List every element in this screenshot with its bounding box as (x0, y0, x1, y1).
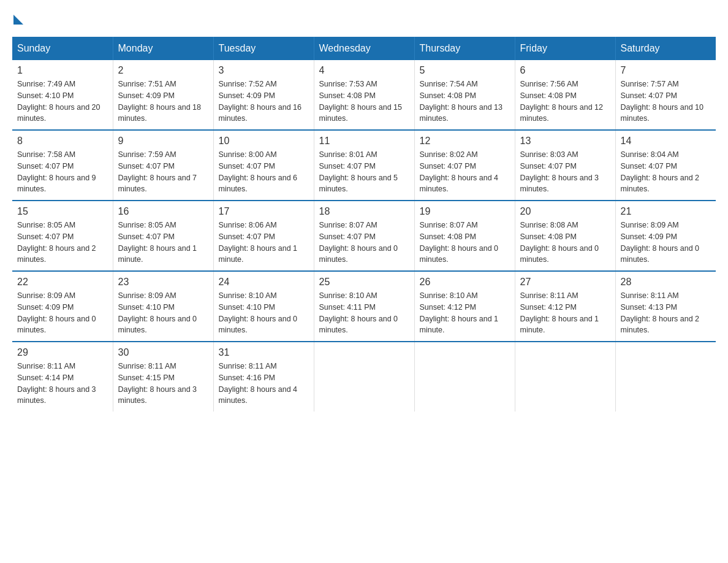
day-number: 16 (118, 206, 208, 217)
day-number: 20 (520, 206, 610, 217)
weekday-header-saturday: Saturday (615, 37, 716, 60)
calendar-cell: 14Sunrise: 8:04 AMSunset: 4:07 PMDayligh… (615, 130, 716, 201)
day-info: Sunrise: 8:11 AMSunset: 4:12 PMDaylight:… (520, 290, 610, 336)
day-info: Sunrise: 7:54 AMSunset: 4:08 PMDaylight:… (420, 79, 510, 124)
day-info: Sunrise: 8:09 AMSunset: 4:09 PMDaylight:… (621, 220, 711, 266)
day-info: Sunrise: 7:49 AMSunset: 4:10 PMDaylight:… (17, 79, 108, 124)
calendar-cell: 6Sunrise: 7:56 AMSunset: 4:08 PMDaylight… (515, 60, 615, 130)
day-number: 24 (219, 277, 309, 288)
day-info: Sunrise: 8:09 AMSunset: 4:10 PMDaylight:… (118, 290, 208, 336)
calendar-cell: 7Sunrise: 7:57 AMSunset: 4:07 PMDaylight… (615, 60, 716, 130)
day-info: Sunrise: 8:07 AMSunset: 4:07 PMDaylight:… (319, 220, 409, 266)
day-info: Sunrise: 8:10 AMSunset: 4:10 PMDaylight:… (219, 290, 309, 336)
day-info: Sunrise: 8:05 AMSunset: 4:07 PMDaylight:… (118, 220, 208, 266)
day-number: 17 (219, 206, 309, 217)
day-info: Sunrise: 7:51 AMSunset: 4:09 PMDaylight:… (118, 79, 208, 124)
day-number: 31 (219, 347, 309, 358)
day-info: Sunrise: 8:10 AMSunset: 4:12 PMDaylight:… (420, 290, 510, 336)
calendar-cell: 24Sunrise: 8:10 AMSunset: 4:10 PMDayligh… (213, 271, 314, 342)
day-info: Sunrise: 8:01 AMSunset: 4:07 PMDaylight:… (319, 149, 409, 195)
calendar-cell: 25Sunrise: 8:10 AMSunset: 4:11 PMDayligh… (314, 271, 414, 342)
weekday-header-monday: Monday (113, 37, 213, 60)
day-number: 7 (621, 65, 711, 76)
calendar-cell: 17Sunrise: 8:06 AMSunset: 4:07 PMDayligh… (213, 201, 314, 271)
day-info: Sunrise: 8:02 AMSunset: 4:07 PMDaylight:… (420, 149, 510, 195)
calendar-cell: 18Sunrise: 8:07 AMSunset: 4:07 PMDayligh… (314, 201, 414, 271)
day-info: Sunrise: 7:52 AMSunset: 4:09 PMDaylight:… (219, 79, 309, 124)
calendar-cell: 21Sunrise: 8:09 AMSunset: 4:09 PMDayligh… (615, 201, 716, 271)
day-number: 19 (420, 206, 510, 217)
calendar-cell: 15Sunrise: 8:05 AMSunset: 4:07 PMDayligh… (12, 201, 113, 271)
calendar-cell (314, 342, 414, 412)
day-info: Sunrise: 8:03 AMSunset: 4:07 PMDaylight:… (520, 149, 610, 195)
calendar-cell (414, 342, 515, 412)
calendar-cell: 12Sunrise: 8:02 AMSunset: 4:07 PMDayligh… (414, 130, 515, 201)
day-info: Sunrise: 8:11 AMSunset: 4:15 PMDaylight:… (118, 361, 208, 407)
day-info: Sunrise: 8:11 AMSunset: 4:14 PMDaylight:… (17, 361, 108, 407)
day-info: Sunrise: 8:07 AMSunset: 4:08 PMDaylight:… (420, 220, 510, 266)
calendar-cell: 11Sunrise: 8:01 AMSunset: 4:07 PMDayligh… (314, 130, 414, 201)
day-number: 4 (319, 65, 409, 76)
weekday-header-sunday: Sunday (12, 37, 113, 60)
logo (12, 12, 23, 25)
weekday-header-thursday: Thursday (414, 37, 515, 60)
week-row-1: 1Sunrise: 7:49 AMSunset: 4:10 PMDaylight… (12, 60, 716, 130)
day-info: Sunrise: 8:04 AMSunset: 4:07 PMDaylight:… (621, 149, 711, 195)
day-info: Sunrise: 7:57 AMSunset: 4:07 PMDaylight:… (621, 79, 711, 124)
calendar-cell: 13Sunrise: 8:03 AMSunset: 4:07 PMDayligh… (515, 130, 615, 201)
calendar-table: SundayMondayTuesdayWednesdayThursdayFrid… (12, 37, 716, 412)
day-number: 6 (520, 65, 610, 76)
day-number: 12 (420, 136, 510, 147)
day-number: 25 (319, 277, 409, 288)
day-info: Sunrise: 7:56 AMSunset: 4:08 PMDaylight:… (520, 79, 610, 124)
calendar-cell: 10Sunrise: 8:00 AMSunset: 4:07 PMDayligh… (213, 130, 314, 201)
day-number: 22 (17, 277, 108, 288)
calendar-cell: 23Sunrise: 8:09 AMSunset: 4:10 PMDayligh… (113, 271, 213, 342)
calendar-cell: 31Sunrise: 8:11 AMSunset: 4:16 PMDayligh… (213, 342, 314, 412)
day-info: Sunrise: 8:11 AMSunset: 4:16 PMDaylight:… (219, 361, 309, 407)
day-number: 2 (118, 65, 208, 76)
day-number: 23 (118, 277, 208, 288)
calendar-cell: 30Sunrise: 8:11 AMSunset: 4:15 PMDayligh… (113, 342, 213, 412)
calendar-cell (515, 342, 615, 412)
day-number: 3 (219, 65, 309, 76)
day-number: 5 (420, 65, 510, 76)
weekday-header-wednesday: Wednesday (314, 37, 414, 60)
calendar-cell: 1Sunrise: 7:49 AMSunset: 4:10 PMDaylight… (12, 60, 113, 130)
day-number: 14 (621, 136, 711, 147)
calendar-cell: 3Sunrise: 7:52 AMSunset: 4:09 PMDaylight… (213, 60, 314, 130)
calendar-cell: 5Sunrise: 7:54 AMSunset: 4:08 PMDaylight… (414, 60, 515, 130)
day-number: 27 (520, 277, 610, 288)
calendar-cell: 9Sunrise: 7:59 AMSunset: 4:07 PMDaylight… (113, 130, 213, 201)
day-number: 13 (520, 136, 610, 147)
weekday-header-row: SundayMondayTuesdayWednesdayThursdayFrid… (12, 37, 716, 60)
calendar-cell: 8Sunrise: 7:58 AMSunset: 4:07 PMDaylight… (12, 130, 113, 201)
calendar-cell: 16Sunrise: 8:05 AMSunset: 4:07 PMDayligh… (113, 201, 213, 271)
day-info: Sunrise: 8:06 AMSunset: 4:07 PMDaylight:… (219, 220, 309, 266)
week-row-2: 8Sunrise: 7:58 AMSunset: 4:07 PMDaylight… (12, 130, 716, 201)
day-info: Sunrise: 8:05 AMSunset: 4:07 PMDaylight:… (17, 220, 108, 266)
day-number: 26 (420, 277, 510, 288)
day-info: Sunrise: 7:59 AMSunset: 4:07 PMDaylight:… (118, 149, 208, 195)
day-number: 11 (319, 136, 409, 147)
day-info: Sunrise: 8:11 AMSunset: 4:13 PMDaylight:… (621, 290, 711, 336)
calendar-cell (615, 342, 716, 412)
week-row-4: 22Sunrise: 8:09 AMSunset: 4:09 PMDayligh… (12, 271, 716, 342)
day-number: 30 (118, 347, 208, 358)
calendar-cell: 28Sunrise: 8:11 AMSunset: 4:13 PMDayligh… (615, 271, 716, 342)
day-number: 8 (17, 136, 108, 147)
calendar-cell: 19Sunrise: 8:07 AMSunset: 4:08 PMDayligh… (414, 201, 515, 271)
day-info: Sunrise: 7:53 AMSunset: 4:08 PMDaylight:… (319, 79, 409, 124)
weekday-header-tuesday: Tuesday (213, 37, 314, 60)
calendar-cell: 26Sunrise: 8:10 AMSunset: 4:12 PMDayligh… (414, 271, 515, 342)
logo-triangle-icon (13, 15, 23, 25)
day-info: Sunrise: 8:09 AMSunset: 4:09 PMDaylight:… (17, 290, 108, 336)
day-number: 9 (118, 136, 208, 147)
calendar-cell: 20Sunrise: 8:08 AMSunset: 4:08 PMDayligh… (515, 201, 615, 271)
day-number: 29 (17, 347, 108, 358)
weekday-header-friday: Friday (515, 37, 615, 60)
calendar-cell: 4Sunrise: 7:53 AMSunset: 4:08 PMDaylight… (314, 60, 414, 130)
day-info: Sunrise: 8:08 AMSunset: 4:08 PMDaylight:… (520, 220, 610, 266)
calendar-cell: 27Sunrise: 8:11 AMSunset: 4:12 PMDayligh… (515, 271, 615, 342)
day-info: Sunrise: 8:00 AMSunset: 4:07 PMDaylight:… (219, 149, 309, 195)
